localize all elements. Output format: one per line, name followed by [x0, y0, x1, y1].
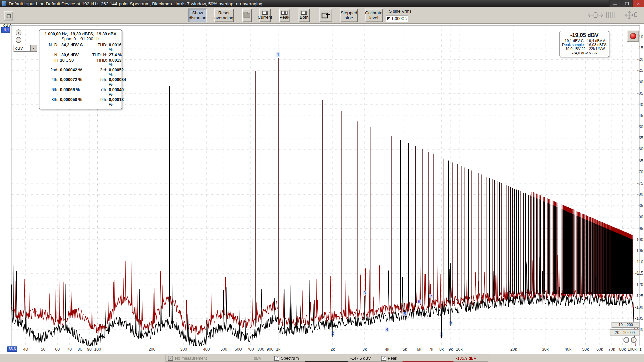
distortion-row-value: 0,000072 %	[60, 77, 87, 86]
x-axis-tick-label: 100kHz	[620, 347, 641, 351]
level-line-5: -74,0 dBV >22k	[561, 51, 608, 55]
x-zoom-out-button[interactable]: −	[623, 337, 629, 343]
minimize-button[interactable]	[609, 0, 621, 7]
distortion-row-value: 0,00018 %	[109, 97, 126, 106]
distortion-row-label: 7th:	[88, 87, 107, 97]
zoom-out-icon: −	[625, 338, 628, 343]
spectrum-legend-label: Spectrum	[281, 355, 299, 361]
level-readout-box: -19,05 dBV -19,1 dBV C, -19,4 dBV A Peak…	[559, 31, 609, 57]
reset-averaging-label: Reset averaging	[214, 11, 233, 20]
fs-sine-vrms-input[interactable]	[391, 16, 406, 21]
calibrate-level-button[interactable]: Calibrate level	[365, 9, 383, 22]
four-way-arrows-icon	[621, 11, 637, 20]
horizontal-pan-button[interactable]	[588, 11, 603, 19]
show-distortion-button[interactable]: Show distortion	[188, 9, 206, 22]
distortion-row-label: HH	[42, 58, 58, 67]
reset-averaging-button[interactable]: Reset averaging	[214, 9, 234, 22]
distortion-row-label: N+D:	[42, 43, 58, 52]
fs-sine-vrms-field	[386, 15, 408, 22]
x-zoom-in-button[interactable]: +	[631, 337, 637, 343]
distortion-row-value: 0,000050 %	[60, 97, 87, 106]
zoom-in-icon: +	[17, 30, 20, 35]
meter-settings-button[interactable]	[4, 11, 13, 20]
y-zoom-in-button[interactable]: +	[16, 29, 21, 35]
trace-spectrum	[11, 253, 640, 346]
trace-peak	[11, 255, 640, 346]
legend-panel: ✓ No measurement dBV ✓ Spectrum -147,5 d…	[166, 355, 488, 362]
y-axis-top-value[interactable]: -6,4	[1, 27, 10, 33]
peak-checkbox[interactable]: ✓	[381, 356, 386, 361]
maximize-button[interactable]	[621, 0, 633, 7]
app-icon	[2, 1, 6, 6]
distortion-row-label: THD+N:	[88, 53, 107, 57]
toolbar: Show distortion Reset averaging Current …	[0, 7, 644, 24]
close-button[interactable]: ×	[632, 0, 644, 7]
minimize-icon	[613, 4, 617, 5]
loop-sequence-icon	[321, 11, 331, 20]
distortion-row-value: 0,00052 %	[109, 68, 126, 77]
zoom-in-icon: +	[632, 338, 635, 343]
distortion-row-label: 6th:	[42, 87, 58, 97]
distortion-row-label: 5th:	[88, 77, 107, 86]
record-button[interactable]	[627, 31, 639, 42]
no-measurement-checkbox[interactable]: ✓	[168, 356, 173, 361]
y-unit-selector[interactable]: dBV ▼	[14, 45, 37, 52]
harmonic-marker-3: 3	[363, 291, 366, 295]
range-preset-20-20000[interactable]: 20 .. 20 000	[610, 329, 640, 335]
maximize-icon	[625, 2, 629, 5]
distortion-row-value: 0,0016 %	[109, 43, 126, 52]
meter-icon	[6, 14, 11, 18]
spectrum-plot: dBV -6,4 -10-15-20-25-30-35-40-45-50-55-…	[0, 24, 644, 354]
y-zoom-out-button[interactable]: −	[16, 37, 21, 43]
x-axis-tick-label: 1k	[266, 347, 291, 351]
both-button[interactable]: Both	[299, 9, 310, 22]
distortion-row-value: 0,0013 %	[109, 58, 126, 67]
distortion-row-label: HHD:	[88, 58, 107, 67]
both-display-icon	[301, 11, 307, 15]
chevron-down-icon: ▼	[32, 47, 35, 50]
distortion-row-label: 2nd:	[42, 68, 58, 77]
titlebar: Default Input L on Default Device at 192…	[0, 0, 644, 7]
distortion-row-value: -30,6 dBV	[60, 53, 87, 57]
peak-legend-value: -135,9 dBV	[456, 355, 477, 361]
level-line-4: -19,0 dBV 22 - 22k UNW	[561, 47, 608, 51]
x-axis-tick-label: 100	[85, 347, 110, 351]
spectrum-checkbox[interactable]: ✓	[274, 356, 279, 361]
grid-display-button[interactable]	[605, 11, 618, 19]
dropdown-button[interactable]: ▼	[30, 45, 37, 51]
distortion-row-label: THD:	[88, 43, 107, 52]
current-button[interactable]: Current	[259, 9, 271, 22]
calibrate-level-label: Calibrate level	[365, 11, 382, 20]
no-measurement-label: No measurement	[175, 355, 207, 361]
y-unit-selector-value: dBV	[14, 46, 30, 50]
harmonic-marker-6: 6	[418, 299, 420, 304]
mouse-pan-icon	[588, 12, 603, 19]
x-axis-tick-label: 3k	[352, 347, 377, 351]
status-unit-label: dBV	[254, 355, 261, 361]
peak-legend-label: Peak	[388, 355, 397, 361]
distortion-info-box: 1 000,00 Hz, -19,39 dBFS, -19,39 dBV Spa…	[39, 29, 122, 109]
x-axis-tick-label: 10k	[447, 347, 472, 351]
distortion-row-value: 0,000042 %	[60, 68, 87, 77]
loop-sequence-button[interactable]	[319, 9, 332, 22]
check-icon: ✓	[169, 356, 172, 360]
range-preset-10-200[interactable]: 10 .. 200	[612, 322, 640, 328]
peak-swatch	[403, 361, 454, 361]
window-title: Default Input L on Default Device at 192…	[9, 1, 262, 6]
app-window: Default Input L on Default Device at 192…	[0, 0, 644, 362]
distortion-row-value: 27,4 %	[109, 53, 126, 57]
x-axis-left-value[interactable]: 33,3	[7, 346, 17, 352]
distortion-row-value: -34,2 dBV A	[60, 43, 87, 52]
pan-zoom-button[interactable]	[620, 10, 638, 20]
show-distortion-label: Show distortion	[189, 11, 206, 20]
cursor-readout: 1 000,00 Hz, -19,39 dBFS, -19,39 dBV	[42, 32, 119, 36]
distortion-row-label: 8th:	[42, 97, 58, 106]
wav-file-button	[242, 9, 252, 22]
stepped-sine-button[interactable]: Stepped sine	[340, 9, 358, 22]
both-label: Both	[300, 15, 309, 20]
distortion-row-value: 0,00040 %	[109, 87, 126, 97]
peak-button[interactable]: Peak	[279, 9, 290, 22]
spectrum-swatch	[305, 361, 348, 361]
distortion-row-label: 3rd:	[88, 68, 107, 77]
x-axis-tick-label: 20k	[501, 347, 526, 351]
